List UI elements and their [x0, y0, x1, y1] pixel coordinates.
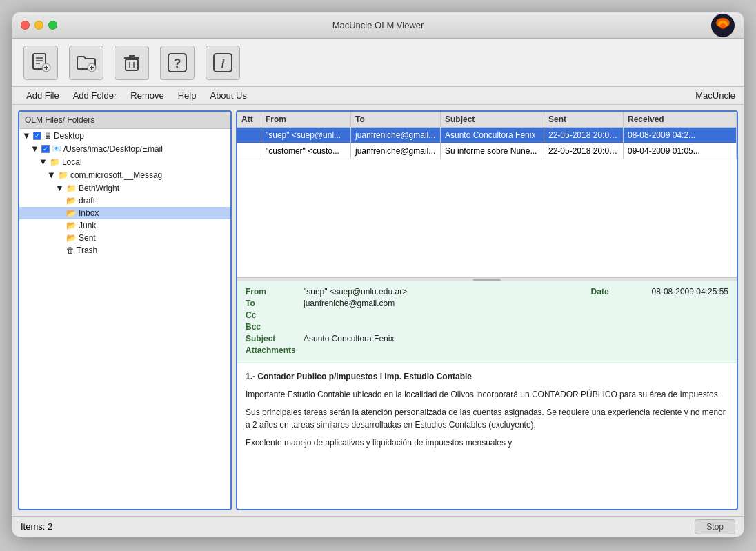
to-label: To — [246, 299, 301, 308]
email-to-1: juanfreniche@gmail... — [351, 143, 441, 159]
col-header-sent: Sent — [544, 112, 624, 127]
tree-item-desktop[interactable]: ▼ ✓ 🖥 Desktop — [19, 129, 230, 142]
stop-button[interactable]: Stop — [695, 519, 735, 534]
email-sent-0: 22-05-2018 20:07... — [544, 128, 624, 143]
tree-label-microsoft: com.microsoft.__Messag — [70, 170, 162, 180]
bcc-label: Bcc — [246, 322, 301, 332]
tree-label-sent: Sent — [79, 233, 96, 243]
window-title: MacUncle OLM Viewer — [332, 20, 424, 30]
folder-icon-microsoft: 📁 — [58, 170, 68, 180]
chevron-down-icon5: ▼ — [55, 183, 64, 193]
email-row[interactable]: "suep" <suep@unl... juanfreniche@gmail..… — [237, 128, 737, 143]
date-value: 08-08-2009 04:25:55 — [652, 287, 728, 297]
folder-icon-bethwright: 📁 — [66, 183, 77, 193]
tree-item-local[interactable]: ▼ 📁 Local — [19, 155, 230, 168]
tree-item-path[interactable]: ▼ ✓ 📧 /Users/imac/Desktop/Email — [19, 142, 230, 155]
help-button[interactable]: ? — [160, 46, 195, 80]
tree-item-microsoft[interactable]: ▼ 📁 com.microsoft.__Messag — [19, 168, 230, 181]
tree-item-junk[interactable]: 📂 Junk — [19, 219, 230, 232]
toolbar: ? i — [12, 39, 744, 87]
tree-item-sent[interactable]: 📂 Sent — [19, 232, 230, 244]
email-received-0: 08-08-2009 04:2... — [624, 128, 737, 143]
body-para1: Importante Estudio Contable ubicado en l… — [246, 388, 728, 401]
email-subject-0: Asunto Concultora Fenix — [441, 128, 544, 143]
scrollbar-thumb — [473, 279, 501, 281]
col-header-received: Received — [624, 112, 737, 127]
horizontal-scrollbar[interactable] — [237, 277, 737, 281]
col-header-subject: Subject — [441, 112, 544, 127]
tree-item-trash[interactable]: 🗑 Trash — [19, 244, 230, 257]
trash-icon: 🗑 — [66, 246, 74, 255]
col-header-att: Att — [237, 112, 261, 127]
folder-icon-inbox: 📂 — [66, 208, 77, 218]
svg-text:?: ? — [174, 57, 181, 70]
app-window: MacUncle OLM Viewer — [12, 12, 744, 537]
traffic-lights — [21, 21, 57, 30]
menu-remove[interactable]: Remove — [125, 89, 169, 102]
tree-panel-header: OLM Files/ Folders — [19, 112, 230, 129]
subject-row: Subject Asunto Concultora Fenix — [246, 334, 728, 343]
email-row[interactable]: "customer" <custo... juanfreniche@gmail.… — [237, 143, 737, 159]
remove-button[interactable] — [115, 46, 149, 80]
chevron-down-icon3: ▼ — [39, 157, 48, 167]
main-content: OLM Files/ Folders ▼ ✓ 🖥 Desktop ▼ ✓ 📧 /… — [12, 105, 744, 516]
tree-label-trash: Trash — [77, 246, 97, 255]
folder-icon-sent: 📂 — [66, 233, 77, 243]
folder-icon-local: 📁 — [50, 157, 60, 167]
from-value: "suep" <suep@unlu.edu.ar> — [304, 287, 588, 297]
menu-help[interactable]: Help — [172, 89, 202, 102]
minimize-button[interactable] — [34, 21, 43, 30]
folder-icon-draft: 📂 — [66, 196, 77, 206]
email-list: Att From To Subject Sent Received "suep"… — [237, 112, 737, 277]
from-date-row: From "suep" <suep@unlu.edu.ar> Date 08-0… — [246, 287, 728, 297]
email-headers: From "suep" <suep@unlu.edu.ar> Date 08-0… — [237, 281, 737, 363]
info-button[interactable]: i — [206, 46, 240, 80]
tree-item-bethwright[interactable]: ▼ 📁 BethWright — [19, 181, 230, 194]
menu-add-folder[interactable]: Add Folder — [68, 89, 123, 102]
desktop-checkbox[interactable]: ✓ — [33, 132, 41, 140]
path-checkbox[interactable]: ✓ — [41, 145, 50, 153]
tree-label-desktop: Desktop — [54, 131, 84, 141]
file-icon: 📧 — [52, 144, 61, 153]
cc-row: Cc — [246, 310, 728, 320]
col-header-to: To — [351, 112, 441, 127]
status-bar: Items: 2 Stop — [12, 516, 744, 537]
cc-value — [304, 310, 728, 320]
tree-label-inbox: Inbox — [79, 208, 99, 218]
tree-label-draft: draft — [79, 196, 95, 206]
items-count: Items: 2 — [21, 521, 52, 532]
menu-add-file[interactable]: Add File — [21, 89, 65, 102]
email-list-header: Att From To Subject Sent Received — [237, 112, 737, 128]
email-from-1: "customer" <custo... — [261, 143, 351, 159]
add-file-button[interactable] — [23, 46, 58, 80]
add-folder-button[interactable] — [69, 46, 103, 80]
from-label: From — [246, 287, 301, 297]
body-para2: Sus principales tareas serán la atención… — [246, 406, 728, 431]
tree-item-inbox[interactable]: 📂 Inbox — [19, 207, 230, 219]
tree-item-draft[interactable]: 📂 draft — [19, 194, 230, 207]
tree-label-bethwright: BethWright — [79, 183, 119, 193]
bcc-value — [304, 322, 728, 332]
email-received-1: 09-04-2009 01:05... — [624, 143, 737, 159]
email-body: 1.- Contador Publico p/Impuestos l Imp. … — [237, 363, 737, 509]
svg-text:i: i — [221, 58, 225, 70]
menu-about-us[interactable]: About Us — [204, 89, 252, 102]
folder-icon-junk: 📂 — [66, 221, 77, 230]
maximize-button[interactable] — [48, 21, 57, 30]
menu-brand: MacUncle — [695, 90, 735, 101]
bcc-row: Bcc — [246, 322, 728, 332]
svg-point-3 — [720, 23, 726, 29]
to-row: To juanfreniche@gmail.com — [246, 299, 728, 308]
title-bar: MacUncle OLM Viewer — [12, 12, 744, 39]
tree-label-junk: Junk — [79, 221, 96, 230]
file-tree-panel: OLM Files/ Folders ▼ ✓ 🖥 Desktop ▼ ✓ 📧 /… — [18, 110, 232, 510]
app-logo — [710, 13, 735, 38]
chevron-down-icon2: ▼ — [30, 143, 39, 154]
body-para3: Excelente manejo de aplicativos y liquid… — [246, 437, 728, 449]
tree-label-path: /Users/imac/Desktop/Email — [63, 144, 163, 154]
close-button[interactable] — [21, 21, 30, 30]
right-panel: Att From To Subject Sent Received "suep"… — [236, 110, 738, 510]
attachments-label: Attachments — [246, 345, 301, 355]
to-value: juanfreniche@gmail.com — [304, 299, 728, 308]
email-detail: From "suep" <suep@unlu.edu.ar> Date 08-0… — [237, 281, 737, 509]
